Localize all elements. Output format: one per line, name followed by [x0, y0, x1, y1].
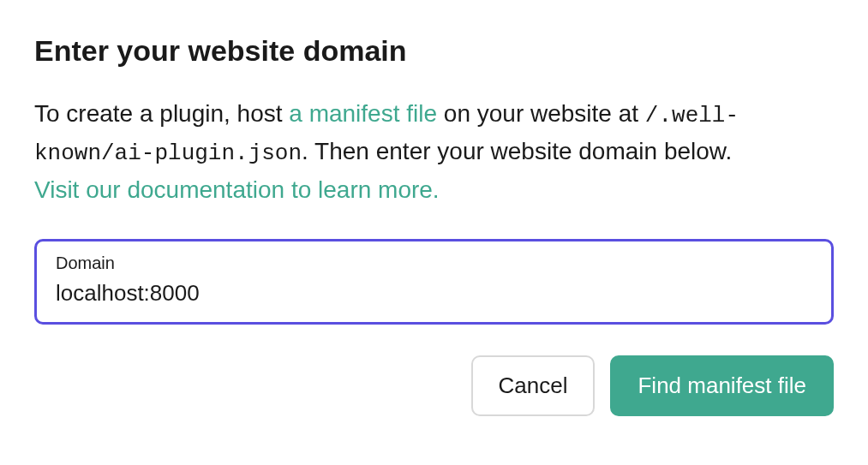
- manifest-file-link[interactable]: a manifest file: [289, 100, 437, 127]
- documentation-link[interactable]: Visit our documentation to learn more.: [34, 171, 440, 208]
- dialog-description: To create a plugin, host a manifest file…: [34, 95, 834, 208]
- description-text-2: on your website at: [437, 100, 645, 127]
- dialog-title: Enter your website domain: [34, 34, 834, 68]
- domain-field-wrapper: Domain: [34, 239, 834, 325]
- description-text-3: . Then enter your website domain below.: [302, 138, 732, 164]
- domain-input[interactable]: [56, 280, 812, 307]
- description-text-1: To create a plugin, host: [34, 100, 289, 127]
- cancel-button[interactable]: Cancel: [471, 355, 596, 416]
- find-manifest-button[interactable]: Find manifest file: [610, 355, 834, 416]
- domain-field-label: Domain: [56, 253, 812, 273]
- dialog-buttons: Cancel Find manifest file: [34, 355, 834, 416]
- dialog-content: Enter your website domain To create a pl…: [34, 34, 834, 416]
